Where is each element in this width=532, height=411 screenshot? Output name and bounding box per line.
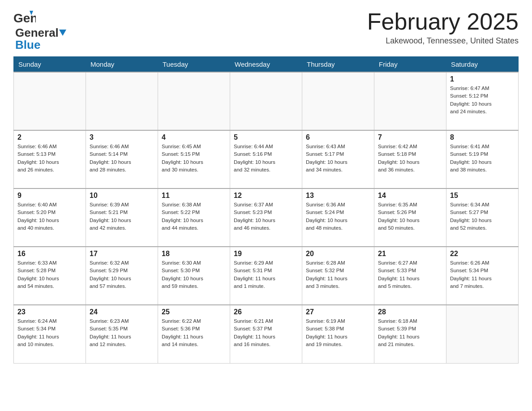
weekday-header-thursday: Thursday [302,57,374,73]
weekday-header-row: SundayMondayTuesdayWednesdayThursdayFrid… [14,57,519,73]
day-info: Sunrise: 6:29 AM Sunset: 5:31 PM Dayligh… [234,259,298,290]
day-cell: 19Sunrise: 6:29 AM Sunset: 5:31 PM Dayli… [230,247,302,305]
day-number: 10 [90,192,154,200]
day-info: Sunrise: 6:46 AM Sunset: 5:14 PM Dayligh… [90,143,154,174]
day-info: Sunrise: 6:36 AM Sunset: 5:24 PM Dayligh… [306,201,370,232]
day-info: Sunrise: 6:38 AM Sunset: 5:22 PM Dayligh… [162,201,226,232]
day-cell: 1Sunrise: 6:47 AM Sunset: 5:12 PM Daylig… [446,72,519,130]
day-number: 20 [306,250,370,258]
day-cell: 5Sunrise: 6:44 AM Sunset: 5:16 PM Daylig… [230,130,302,188]
weekday-header-saturday: Saturday [446,57,519,73]
weekday-header-friday: Friday [374,57,446,73]
day-number: 7 [378,133,442,141]
day-number: 2 [17,133,82,141]
day-number: 18 [162,250,226,258]
day-number: 11 [162,192,226,200]
day-info: Sunrise: 6:35 AM Sunset: 5:26 PM Dayligh… [378,201,442,232]
week-row-4: 16Sunrise: 6:33 AM Sunset: 5:28 PM Dayli… [14,247,519,305]
day-info: Sunrise: 6:42 AM Sunset: 5:18 PM Dayligh… [378,143,442,174]
month-title: February 2025 [367,9,519,34]
day-info: Sunrise: 6:21 AM Sunset: 5:37 PM Dayligh… [234,317,298,348]
day-info: Sunrise: 6:37 AM Sunset: 5:23 PM Dayligh… [234,201,298,232]
day-number: 27 [306,308,370,316]
day-cell: 3Sunrise: 6:46 AM Sunset: 5:14 PM Daylig… [86,130,158,188]
day-cell: 18Sunrise: 6:30 AM Sunset: 5:30 PM Dayli… [158,247,230,305]
day-number: 17 [90,250,154,258]
day-number: 6 [306,133,370,141]
day-number: 24 [90,308,154,316]
week-row-5: 23Sunrise: 6:24 AM Sunset: 5:34 PM Dayli… [14,305,519,363]
weekday-header-tuesday: Tuesday [158,57,230,73]
day-info: Sunrise: 6:43 AM Sunset: 5:17 PM Dayligh… [306,143,370,174]
day-cell: 13Sunrise: 6:36 AM Sunset: 5:24 PM Dayli… [302,188,374,247]
weekday-header-wednesday: Wednesday [230,57,302,73]
day-number: 12 [234,192,298,200]
calendar-table: SundayMondayTuesdayWednesdayThursdayFrid… [13,56,519,364]
day-cell: 25Sunrise: 6:22 AM Sunset: 5:36 PM Dayli… [158,305,230,363]
location: Lakewood, Tennessee, United States [367,36,519,46]
day-cell: 7Sunrise: 6:42 AM Sunset: 5:18 PM Daylig… [374,130,446,188]
day-info: Sunrise: 6:19 AM Sunset: 5:38 PM Dayligh… [306,317,370,348]
logo: General General Blue [13,9,67,52]
day-number: 13 [306,192,370,200]
day-number: 26 [234,308,298,316]
day-info: Sunrise: 6:32 AM Sunset: 5:29 PM Dayligh… [90,259,154,290]
day-cell: 24Sunrise: 6:23 AM Sunset: 5:35 PM Dayli… [86,305,158,363]
day-cell [86,72,158,130]
day-info: Sunrise: 6:26 AM Sunset: 5:34 PM Dayligh… [450,259,515,290]
day-cell: 22Sunrise: 6:26 AM Sunset: 5:34 PM Dayli… [446,247,519,305]
day-cell: 4Sunrise: 6:45 AM Sunset: 5:15 PM Daylig… [158,130,230,188]
day-cell: 12Sunrise: 6:37 AM Sunset: 5:23 PM Dayli… [230,188,302,247]
page-header: General General Blue February 2025 Lakew… [13,9,519,52]
day-number: 14 [378,192,442,200]
day-info: Sunrise: 6:18 AM Sunset: 5:39 PM Dayligh… [378,317,442,348]
day-number: 5 [234,133,298,141]
day-info: Sunrise: 6:24 AM Sunset: 5:34 PM Dayligh… [17,317,82,348]
day-info: Sunrise: 6:34 AM Sunset: 5:27 PM Dayligh… [450,201,515,232]
day-cell: 17Sunrise: 6:32 AM Sunset: 5:29 PM Dayli… [86,247,158,305]
day-cell [374,72,446,130]
day-number: 21 [378,250,442,258]
day-cell: 2Sunrise: 6:46 AM Sunset: 5:13 PM Daylig… [14,130,86,188]
day-cell [230,72,302,130]
day-cell: 23Sunrise: 6:24 AM Sunset: 5:34 PM Dayli… [14,305,86,363]
day-cell: 26Sunrise: 6:21 AM Sunset: 5:37 PM Dayli… [230,305,302,363]
day-number: 15 [450,192,515,200]
day-info: Sunrise: 6:23 AM Sunset: 5:35 PM Dayligh… [90,317,154,348]
weekday-header-monday: Monday [86,57,158,73]
svg-marker-2 [59,30,66,36]
day-info: Sunrise: 6:47 AM Sunset: 5:12 PM Dayligh… [450,85,515,116]
day-cell: 11Sunrise: 6:38 AM Sunset: 5:22 PM Dayli… [158,188,230,247]
day-info: Sunrise: 6:41 AM Sunset: 5:19 PM Dayligh… [450,143,515,174]
day-cell: 20Sunrise: 6:28 AM Sunset: 5:32 PM Dayli… [302,247,374,305]
day-info: Sunrise: 6:39 AM Sunset: 5:21 PM Dayligh… [90,201,154,232]
weekday-header-sunday: Sunday [14,57,86,73]
day-cell [14,72,86,130]
title-section: February 2025 Lakewood, Tennessee, Unite… [367,9,519,46]
day-number: 25 [162,308,226,316]
day-info: Sunrise: 6:22 AM Sunset: 5:36 PM Dayligh… [162,317,226,348]
day-info: Sunrise: 6:33 AM Sunset: 5:28 PM Dayligh… [17,259,82,290]
day-cell: 14Sunrise: 6:35 AM Sunset: 5:26 PM Dayli… [374,188,446,247]
day-number: 4 [162,133,226,141]
day-number: 3 [90,133,154,141]
day-info: Sunrise: 6:28 AM Sunset: 5:32 PM Dayligh… [306,259,370,290]
day-cell: 10Sunrise: 6:39 AM Sunset: 5:21 PM Dayli… [86,188,158,247]
day-number: 1 [450,75,515,83]
day-info: Sunrise: 6:46 AM Sunset: 5:13 PM Dayligh… [17,143,82,174]
day-number: 16 [17,250,82,258]
day-cell: 6Sunrise: 6:43 AM Sunset: 5:17 PM Daylig… [302,130,374,188]
day-cell: 9Sunrise: 6:40 AM Sunset: 5:20 PM Daylig… [14,188,86,247]
day-cell [158,72,230,130]
logo-blue: Blue [15,38,40,51]
day-number: 19 [234,250,298,258]
day-number: 28 [378,308,442,316]
day-number: 8 [450,133,515,141]
day-number: 9 [17,192,82,200]
day-cell: 8Sunrise: 6:41 AM Sunset: 5:19 PM Daylig… [446,130,519,188]
day-cell: 16Sunrise: 6:33 AM Sunset: 5:28 PM Dayli… [14,247,86,305]
logo-triangle-icon [59,30,66,37]
day-info: Sunrise: 6:40 AM Sunset: 5:20 PM Dayligh… [17,201,82,232]
day-cell: 28Sunrise: 6:18 AM Sunset: 5:39 PM Dayli… [374,305,446,363]
day-cell [302,72,374,130]
